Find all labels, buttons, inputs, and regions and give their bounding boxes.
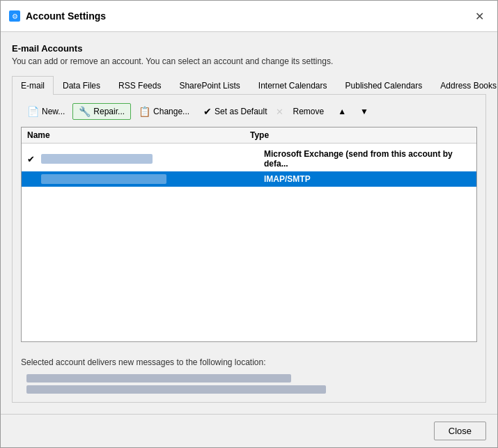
up-icon: ▲ (338, 107, 346, 116)
dialog-icon: ⚙ (9, 10, 20, 22)
delivery-bar-2 (26, 385, 326, 394)
delivery-label: Selected account delivers new messages t… (21, 357, 477, 367)
col-header-name: Name (27, 130, 250, 140)
tab-rss-feeds[interactable]: RSS Feeds (109, 76, 170, 95)
repair-label: Repair... (93, 107, 125, 116)
tab-address-books[interactable]: Address Books (431, 76, 498, 95)
set-default-button[interactable]: ✔ Set as Default (197, 103, 273, 120)
new-button[interactable]: 📄 New... (21, 103, 71, 120)
change-icon: 📋 (139, 106, 150, 117)
move-down-button[interactable]: ▼ (354, 104, 375, 119)
table-row[interactable]: IMAP/SMTP (22, 171, 476, 187)
move-up-button[interactable]: ▲ (332, 104, 352, 119)
tab-content-email: 📄 New... 🔧 Repair... 📋 Change... ✔ Set a… (12, 95, 486, 403)
table-body: ✔ Microsoft Exchange (send from this acc… (22, 144, 476, 190)
account-name-placeholder-2 (41, 174, 166, 184)
table-row[interactable]: ✔ Microsoft Exchange (send from this acc… (22, 146, 476, 171)
footer-bar: Close (1, 414, 497, 447)
delivery-section: Selected account delivers new messages t… (21, 357, 477, 394)
accounts-table: Name Type ✔ Microsoft Exchange (send fro… (21, 127, 477, 342)
title-bar: ⚙ Account Settings ✕ (1, 1, 497, 32)
repair-icon: 🔧 (79, 106, 91, 117)
set-default-label: Set as Default (215, 107, 267, 116)
table-header: Name Type (22, 128, 476, 144)
accounts-toolbar: 📄 New... 🔧 Repair... 📋 Change... ✔ Set a… (21, 103, 477, 120)
row-name-col-2 (41, 174, 264, 184)
section-description: You can add or remove an account. You ca… (12, 56, 486, 66)
dialog-title: Account Settings (26, 10, 106, 22)
tab-bar: E-mail Data Files RSS Feeds SharePoint L… (12, 76, 486, 95)
col-header-type: Type (250, 130, 471, 140)
change-button[interactable]: 📋 Change... (132, 103, 196, 120)
down-icon: ▼ (360, 107, 368, 116)
row-name-col (41, 154, 264, 164)
delivery-bar-1 (26, 374, 291, 383)
new-icon: 📄 (27, 106, 39, 117)
repair-button[interactable]: 🔧 Repair... (72, 103, 131, 120)
section-header: E-mail Accounts (12, 43, 486, 54)
title-bar-left: ⚙ Account Settings (9, 10, 106, 22)
tab-email[interactable]: E-mail (12, 76, 54, 95)
account-name-placeholder (41, 154, 153, 164)
close-button[interactable]: Close (434, 422, 486, 440)
row-type-2: IMAP/SMTP (264, 174, 471, 184)
toolbar-separator: ✕ (276, 107, 283, 117)
tab-internet-calendars[interactable]: Internet Calendars (249, 76, 336, 95)
tab-data-files[interactable]: Data Files (54, 76, 109, 95)
new-label: New... (42, 107, 65, 116)
tab-published-calendars[interactable]: Published Calendars (336, 76, 432, 95)
dialog-content: E-mail Accounts You can add or remove an… (1, 32, 497, 414)
remove-button[interactable]: Remove (286, 104, 330, 119)
check-icon: ✔ (203, 106, 212, 117)
row-check-icon: ✔ (27, 154, 41, 164)
tab-sharepoint[interactable]: SharePoint Lists (170, 76, 249, 95)
window-close-button[interactable]: ✕ (469, 6, 489, 26)
change-label: Change... (153, 107, 189, 116)
row-type: Microsoft Exchange (send from this accou… (264, 149, 471, 169)
delivery-location-bars (26, 374, 477, 394)
account-settings-dialog: ⚙ Account Settings ✕ E-mail Accounts You… (0, 0, 498, 448)
remove-label: Remove (293, 107, 324, 116)
